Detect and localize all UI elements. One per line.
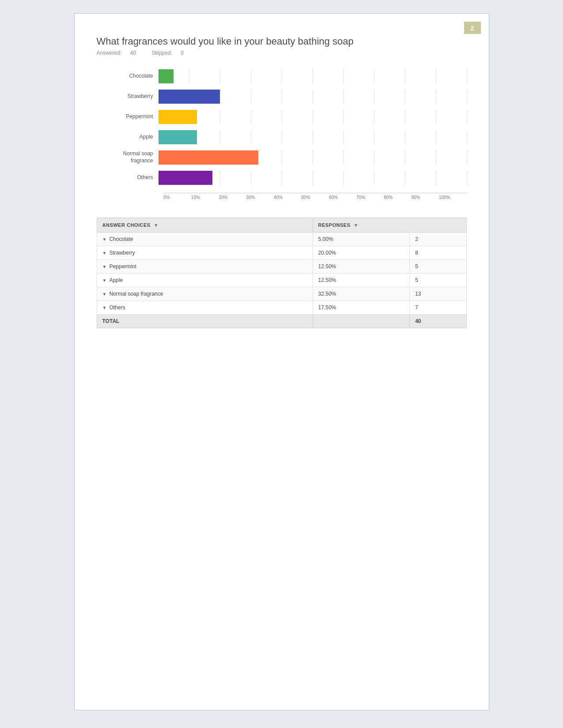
chart-container: ChocolateStrawberryPeppermintAppleNormal… — [97, 69, 467, 200]
table-row-2: ▼Peppermint12.50%5 — [97, 260, 466, 274]
bar-fill-2 — [159, 110, 197, 124]
question-meta: Answered: 40 Skipped: 0 — [97, 50, 467, 56]
question-title: What fragrances would you like in your b… — [97, 36, 467, 47]
bar-fill-0 — [159, 69, 174, 83]
row-percent-5: 17.50% — [313, 301, 410, 315]
row-percent-0: 5.00% — [313, 233, 410, 246]
bar-label-3: Apple — [106, 134, 159, 141]
row-count-1: 8 — [410, 246, 466, 260]
x-tick-6: 60% — [329, 195, 356, 200]
bar-track-2 — [159, 110, 467, 124]
table-row-3: ▼Apple12.50%5 — [97, 274, 466, 287]
bar-track-4 — [159, 150, 467, 165]
x-tick-1: 10% — [191, 195, 219, 200]
row-arrow-icon-1[interactable]: ▼ — [102, 251, 107, 255]
col-answer-choices[interactable]: ANSWER CHOICES ▼ — [97, 218, 313, 233]
total-count: 40 — [410, 315, 466, 328]
x-axis: 0%10%20%30%40%50%60%70%80%90%100% — [164, 193, 467, 200]
bar-track-3 — [159, 130, 467, 144]
x-tick-4: 40% — [274, 195, 301, 200]
row-arrow-icon-4[interactable]: ▼ — [102, 292, 107, 296]
total-percent — [313, 315, 410, 328]
total-label: TOTAL — [97, 315, 313, 328]
x-tick-9: 90% — [412, 195, 439, 200]
bar-row-5: Others — [106, 171, 467, 185]
table-row-5: ▼Others17.50%7 — [97, 301, 466, 315]
bar-label-5: Others — [106, 174, 159, 181]
row-label-0: ▼Chocolate — [97, 233, 313, 246]
row-count-3: 5 — [410, 274, 466, 287]
bar-fill-3 — [159, 130, 197, 144]
row-count-0: 2 — [410, 233, 466, 246]
sort-icon-responses[interactable]: ▼ — [354, 223, 358, 228]
bar-label-1: Strawberry — [106, 93, 159, 100]
row-count-5: 7 — [410, 301, 466, 315]
x-tick-2: 20% — [219, 195, 246, 200]
row-label-4: ▼Normal soap fragrance — [97, 287, 313, 301]
row-percent-1: 20.00% — [313, 246, 410, 260]
data-table: ANSWER CHOICES ▼ RESPONSES ▼ ▼Chocolate5… — [97, 218, 467, 328]
row-percent-4: 32.50% — [313, 287, 410, 301]
answered-label: Answered: 40 — [97, 50, 145, 56]
x-tick-5: 50% — [301, 195, 329, 200]
bar-fill-5 — [159, 171, 212, 185]
bar-row-3: Apple — [106, 130, 467, 144]
bar-label-2: Peppermint — [106, 113, 159, 120]
row-arrow-icon-2[interactable]: ▼ — [102, 264, 107, 269]
row-label-1: ▼Strawberry — [97, 246, 313, 260]
page-number: 2 — [464, 22, 481, 34]
row-label-3: ▼Apple — [97, 274, 313, 287]
bar-track-1 — [159, 90, 467, 104]
bar-fill-4 — [159, 150, 259, 165]
bar-row-2: Peppermint — [106, 110, 467, 124]
x-tick-7: 70% — [356, 195, 384, 200]
x-tick-8: 80% — [384, 195, 411, 200]
bar-label-4: Normal soap fragrance — [106, 150, 159, 164]
row-percent-3: 12.50% — [313, 274, 410, 287]
row-arrow-icon-5[interactable]: ▼ — [102, 305, 107, 310]
col-responses[interactable]: RESPONSES ▼ — [313, 218, 466, 233]
row-arrow-icon-3[interactable]: ▼ — [102, 278, 107, 283]
page-container: 2 What fragrances would you like in your… — [74, 13, 489, 710]
bar-row-1: Strawberry — [106, 90, 467, 104]
row-percent-2: 12.50% — [313, 260, 410, 274]
x-tick-3: 30% — [246, 195, 274, 200]
x-tick-0: 0% — [164, 195, 191, 200]
bar-fill-1 — [159, 90, 220, 104]
chart-area: ChocolateStrawberryPeppermintAppleNormal… — [106, 69, 467, 191]
row-label-2: ▼Peppermint — [97, 260, 313, 274]
table-row-0: ▼Chocolate5.00%2 — [97, 233, 466, 246]
x-tick-10: 100% — [439, 195, 466, 200]
sort-icon-choices[interactable]: ▼ — [154, 223, 158, 228]
row-arrow-icon-0[interactable]: ▼ — [102, 237, 107, 242]
row-count-4: 13 — [410, 287, 466, 301]
row-count-2: 5 — [410, 260, 466, 274]
bar-track-0 — [159, 69, 467, 83]
row-label-5: ▼Others — [97, 301, 313, 315]
table-row-1: ▼Strawberry20.00%8 — [97, 246, 466, 260]
bar-track-5 — [159, 171, 467, 185]
bar-label-0: Chocolate — [106, 73, 159, 80]
skipped-label: Skipped: 0 — [151, 50, 191, 56]
bar-row-0: Chocolate — [106, 69, 467, 83]
table-row-4: ▼Normal soap fragrance32.50%13 — [97, 287, 466, 301]
bar-row-4: Normal soap fragrance — [106, 150, 467, 165]
